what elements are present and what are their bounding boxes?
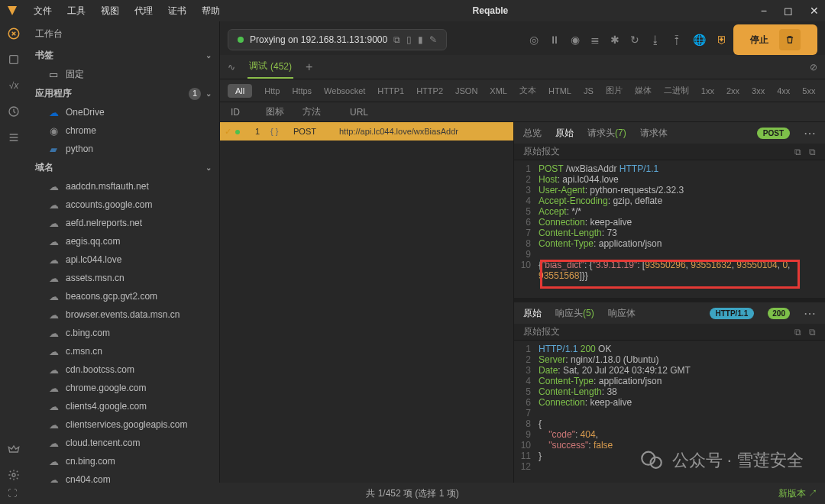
sidebar-domain[interactable]: ☁cdn.bootcss.com — [28, 360, 219, 379]
filter-2xx[interactable]: 2xx — [726, 86, 739, 95]
sidebar-domain[interactable]: ☁browser.events.data.msn.cn — [28, 305, 219, 324]
menu-视图[interactable]: 视图 — [101, 5, 119, 18]
sidebar-pinned[interactable]: ▭固定 — [28, 65, 219, 84]
request-raw-code[interactable]: 1POST /wxBiasAddr HTTP/1.12Host: api.lc0… — [514, 160, 825, 298]
tab-resp-raw[interactable]: 原始 — [523, 307, 542, 320]
target-icon[interactable]: ◎ — [529, 34, 539, 46]
fullscreen-icon[interactable]: ⛶ — [8, 488, 17, 499]
record-icon[interactable]: ◉ — [571, 34, 580, 46]
col-id[interactable]: ID — [231, 107, 266, 118]
filter-HTTP2[interactable]: HTTP2 — [416, 86, 443, 95]
sidebar-domain[interactable]: ☁c.msn.cn — [28, 342, 219, 360]
pause-icon[interactable]: ⏸ — [549, 34, 560, 46]
close-icon[interactable]: ✕ — [810, 5, 819, 17]
download-icon[interactable]: ⭳ — [650, 34, 661, 46]
col-method[interactable]: 方法 — [302, 105, 350, 118]
shield-icon[interactable]: ⛨ — [717, 34, 727, 46]
menu-证书[interactable]: 证书 — [168, 5, 186, 18]
phone-icon[interactable]: ▮ — [418, 34, 423, 45]
filter-5xx[interactable]: 5xx — [802, 86, 815, 95]
sidebar-domain[interactable]: ☁aadcdn.msftauth.net — [28, 177, 219, 195]
copy-icon[interactable]: ⧉ — [794, 327, 801, 338]
bug-icon[interactable]: ✱ — [610, 34, 620, 46]
filter-Websocket[interactable]: Websocket — [324, 86, 365, 95]
more-icon[interactable]: ⋯ — [804, 126, 816, 141]
expand-icon[interactable]: ⧉ — [809, 147, 816, 157]
apps-section[interactable]: 应用程序1⌄ — [28, 84, 219, 103]
trash-icon[interactable] — [779, 29, 801, 50]
sidebar-domain[interactable]: ☁api.lc044.love — [28, 250, 219, 269]
request-row[interactable]: ✓ 1 { } POST http://api.lc044.love/wxBia… — [220, 122, 513, 141]
tab-raw[interactable]: 原始 — [555, 127, 574, 140]
filter-文本[interactable]: 文本 — [519, 85, 536, 96]
gear-icon[interactable] — [6, 467, 21, 483]
filter-JSON[interactable]: JSON — [455, 86, 477, 95]
formula-icon[interactable]: √x — [6, 78, 21, 93]
sidebar-app-chrome[interactable]: ◉chrome — [28, 121, 219, 140]
tab-debug[interactable]: 调试(452) — [247, 55, 293, 79]
tune-icon[interactable] — [6, 130, 21, 145]
sidebar-domain[interactable]: ☁aegis.qq.com — [28, 232, 219, 250]
menu-文件[interactable]: 文件 — [34, 5, 52, 18]
compass-icon[interactable] — [6, 26, 21, 41]
sidebar-domain[interactable]: ☁accounts.google.com — [28, 195, 219, 214]
minimize-icon[interactable]: − — [761, 5, 767, 17]
disable-icon[interactable]: ⊘ — [810, 62, 817, 73]
tab-resp-body[interactable]: 响应体 — [608, 307, 636, 320]
sidebar-domain[interactable]: ☁assets.msn.cn — [28, 269, 219, 287]
refresh-icon[interactable]: ↻ — [630, 34, 639, 46]
sidebar-domain[interactable]: ☁cn404.com — [28, 470, 219, 483]
col-icon[interactable]: 图标 — [266, 105, 302, 118]
filter-JS[interactable]: JS — [584, 86, 594, 95]
proxy-status[interactable]: Proxying on 192.168.31.131:9000 ⧉ ▯ ▮ ✎ — [228, 29, 447, 50]
expand-icon[interactable]: ⧉ — [809, 327, 816, 338]
new-version-link[interactable]: 新版本 ↗ — [778, 487, 817, 500]
response-raw-code[interactable]: 1HTTP/1.1 200 OK2Server: nginx/1.18.0 (U… — [514, 341, 825, 483]
bookmarks-section[interactable]: 书签⌄ — [28, 46, 219, 65]
sidebar-domain[interactable]: ☁beacons.gcp.gvt2.com — [28, 287, 219, 305]
col-url[interactable]: URL — [350, 107, 814, 118]
sidebar-domain[interactable]: ☁c.bing.com — [28, 324, 219, 342]
filter-媒体[interactable]: 媒体 — [635, 85, 652, 96]
filter-3xx[interactable]: 3xx — [752, 86, 765, 95]
filter-二进制[interactable]: 二进制 — [664, 85, 689, 96]
sidebar-app-python[interactable]: ▰python — [28, 140, 219, 158]
filter-1xx[interactable]: 1xx — [701, 86, 714, 95]
sidebar-domain[interactable]: ☁clientservices.googleapis.com — [28, 415, 219, 434]
device-icon[interactable]: ▯ — [406, 34, 412, 45]
menu-代理[interactable]: 代理 — [134, 5, 153, 18]
sidebar-domain[interactable]: ☁clients4.google.com — [28, 397, 219, 415]
tab-reqheaders[interactable]: 请求头(7) — [587, 127, 626, 140]
maximize-icon[interactable]: ◻ — [784, 5, 793, 17]
sidebar-domain[interactable]: ☁chrome.google.com — [28, 379, 219, 397]
domains-section[interactable]: 域名⌄ — [28, 158, 219, 177]
filter-Https[interactable]: Https — [292, 86, 312, 95]
sidebar-domain[interactable]: ☁cn.bing.com — [28, 452, 219, 470]
filter-4xx[interactable]: 4xx — [777, 86, 790, 95]
filter-HTML[interactable]: HTML — [548, 86, 571, 95]
copy-icon[interactable]: ⧉ — [794, 147, 801, 157]
filter-Http[interactable]: Http — [264, 86, 280, 95]
tab-overview[interactable]: 总览 — [523, 127, 542, 140]
history-icon[interactable] — [6, 104, 21, 119]
sidebar-domain[interactable]: ☁aefd.nelreports.net — [28, 214, 219, 232]
filter-HTTP1[interactable]: HTTP1 — [377, 86, 404, 95]
add-tab-button[interactable]: + — [306, 60, 312, 74]
globe-icon[interactable]: 🌐 — [693, 34, 706, 46]
box-icon[interactable] — [6, 52, 21, 67]
menu-帮助[interactable]: 帮助 — [202, 5, 220, 18]
edit-icon[interactable]: ✎ — [429, 34, 437, 45]
upload-icon[interactable]: ⭱ — [671, 34, 682, 46]
tab-resp-headers[interactable]: 响应头(5) — [555, 307, 594, 320]
more-icon[interactable]: ⋯ — [804, 306, 816, 321]
tab-reqbody[interactable]: 请求体 — [640, 127, 668, 140]
stop-button[interactable]: 停止 — [733, 24, 817, 55]
filter-All[interactable]: All — [228, 84, 252, 98]
menu-工具[interactable]: 工具 — [67, 5, 86, 18]
filter-图片[interactable]: 图片 — [606, 85, 623, 96]
sidebar-app-OneDrive[interactable]: ☁OneDrive — [28, 103, 219, 121]
crown-icon[interactable] — [6, 441, 21, 457]
filter-XML[interactable]: XML — [490, 86, 507, 95]
sidebar-domain[interactable]: ☁cloud.tencent.com — [28, 434, 219, 452]
list-icon[interactable]: ≣ — [590, 34, 600, 46]
